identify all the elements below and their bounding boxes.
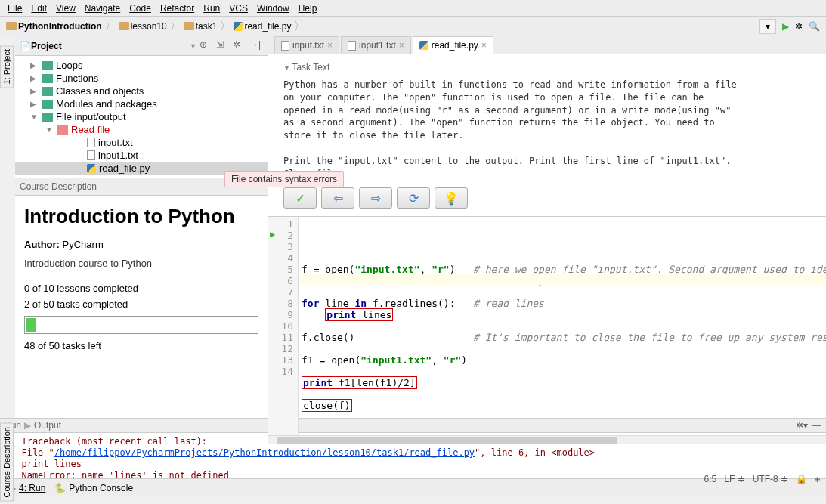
project-panel-header: 📄 Project ▼ ⊕ ⇲ ✲ →| <box>15 36 268 56</box>
course-author: Author: PyCharm <box>24 239 258 250</box>
syntax-error-tooltip: File contains syntax errors <box>224 171 344 187</box>
progress-bar <box>24 316 258 334</box>
tree-item-loops[interactable]: ▶Loops <box>15 59 268 72</box>
breadcrumb-sep: 〉 <box>105 20 116 33</box>
tree-item-modules[interactable]: ▶Modules and packages <box>15 97 268 110</box>
menu-help[interactable]: Help <box>294 2 322 15</box>
course-title: Introduction to Python <box>24 205 258 228</box>
course-description-panel: Introduction to Python Author: PyCharm I… <box>15 196 268 365</box>
folder-icon <box>42 113 53 122</box>
project-tree: ▶Loops ▶Functions ▶Classes and objects ▶… <box>15 56 268 178</box>
tree-item-input1[interactable]: input1.txt <box>15 149 268 162</box>
tree-item-input[interactable]: input.txt <box>15 136 268 149</box>
python-icon <box>87 164 96 173</box>
project-title: Project <box>31 41 188 51</box>
hint-button[interactable]: 💡 <box>435 187 468 209</box>
menu-refactor[interactable]: Refactor <box>156 2 199 15</box>
breadcrumb-sep: 〉 <box>294 20 305 33</box>
editor-tabs: input.txt× input1.txt× read_file.py× <box>268 36 826 54</box>
collapse-icon[interactable]: ⇲ <box>216 39 230 53</box>
run-gutter-icon[interactable]: ▶ <box>270 229 275 240</box>
file-icon <box>281 41 289 51</box>
gear-icon[interactable]: ✲ <box>233 39 246 53</box>
menu-code[interactable]: Code <box>125 2 156 15</box>
tree-item-functions[interactable]: ▶Functions <box>15 72 268 85</box>
lock-icon[interactable]: 🔒 <box>796 474 807 484</box>
menubar: File Edit View Navigate Code Refactor Ru… <box>0 0 826 17</box>
menu-vcs[interactable]: VCS <box>224 2 252 15</box>
file-icon <box>87 138 95 147</box>
tree-item-classes[interactable]: ▶Classes and objects <box>15 85 268 97</box>
output-label[interactable]: Output <box>34 420 61 431</box>
code-area[interactable]: f = open("input.txt", "r") # here we ope… <box>299 217 826 435</box>
file-icon <box>87 150 95 160</box>
menu-file[interactable]: File <box>3 2 26 15</box>
folder-icon <box>42 61 53 70</box>
tab-input[interactable]: input.txt× <box>274 36 339 54</box>
folder-icon <box>42 74 53 83</box>
next-button[interactable]: ⇨ <box>359 187 392 209</box>
menu-edit[interactable]: Edit <box>26 2 51 15</box>
inspector-icon[interactable]: ⎈ <box>815 474 820 484</box>
breadcrumb-lesson[interactable]: lesson10 <box>119 21 167 32</box>
menu-run[interactable]: Run <box>199 2 224 15</box>
folder-icon <box>6 22 17 30</box>
folder-icon <box>119 22 129 30</box>
tasks-left: 48 of 50 tasks left <box>24 340 258 351</box>
prev-button[interactable]: ⇦ <box>321 187 354 209</box>
folder-icon <box>184 22 194 30</box>
sidebar-tab-project[interactable]: 1: Project <box>0 45 14 88</box>
breadcrumb: PythonIntroduction 〉 lesson10 〉 task1 〉 … <box>6 20 759 33</box>
close-icon[interactable]: × <box>399 40 404 51</box>
refresh-button[interactable]: ⟳ <box>397 187 430 209</box>
tab-readfile[interactable]: read_file.py× <box>413 36 493 54</box>
close-icon[interactable]: × <box>327 40 333 51</box>
lessons-completed: 0 of 10 lessons completed <box>24 283 258 294</box>
folder-icon <box>42 100 53 109</box>
python-icon <box>234 22 243 31</box>
breadcrumb-task[interactable]: task1 <box>184 21 218 32</box>
menu-window[interactable]: Window <box>252 2 294 15</box>
toolbar: PythonIntroduction 〉 lesson10 〉 task1 〉 … <box>0 17 826 36</box>
task-header[interactable]: Task Text <box>283 62 826 73</box>
sidebar-tab-course[interactable]: Course Description <box>0 423 14 502</box>
menu-view[interactable]: View <box>51 2 80 15</box>
check-button[interactable]: ✓ <box>283 187 317 209</box>
breadcrumb-root[interactable]: PythonIntroduction <box>6 21 102 32</box>
menu-navigate[interactable]: Navigate <box>80 2 125 15</box>
run-config-dropdown[interactable]: ▾ <box>759 19 776 34</box>
close-icon[interactable]: × <box>481 40 487 51</box>
search-icon[interactable]: 🔍 <box>809 21 820 32</box>
breadcrumb-sep: 〉 <box>170 20 181 33</box>
cursor-position: 6:5 <box>704 474 717 484</box>
tasks-completed: 2 of 50 tasks completed <box>24 298 258 310</box>
folder-icon <box>57 125 68 135</box>
file-icon <box>348 41 356 51</box>
task-panel: Task Text Python has a number of built-i… <box>268 54 826 217</box>
breadcrumb-sep: 〉 <box>220 20 230 33</box>
scroll-from-source-icon[interactable]: ⊕ <box>200 39 213 53</box>
tree-item-fileio[interactable]: ▼File input/output <box>15 110 268 123</box>
breadcrumb-file[interactable]: read_file.py <box>234 21 291 32</box>
settings-icon[interactable]: ✲ <box>795 21 803 32</box>
course-subtitle: Introduction course to Python <box>24 258 258 269</box>
tab-input1[interactable]: input1.txt× <box>341 36 411 54</box>
hide-icon[interactable]: →| <box>249 39 263 53</box>
python-icon <box>419 41 428 50</box>
status-python-console[interactable]: 🐍 Python Console <box>50 481 138 495</box>
task-text: Python has a number of built-in function… <box>283 79 826 180</box>
run-button[interactable]: ▶ <box>782 21 789 32</box>
traceback-link[interactable]: /home/filippov/PycharmProjects/PythonInt… <box>54 447 475 458</box>
encoding[interactable]: UTF-8 ≑ <box>753 474 788 484</box>
project-icon: 📄 <box>20 41 31 51</box>
line-separator[interactable]: LF ≑ <box>724 474 744 484</box>
tree-item-readfile[interactable]: ▼Read file <box>15 123 268 136</box>
chevron-down-icon[interactable]: ▼ <box>190 42 196 50</box>
editor-gutter: ▶ 1234567891011121314 <box>268 217 299 435</box>
code-editor[interactable]: ▶ 1234567891011121314 f = open("input.tx… <box>268 217 826 435</box>
folder-icon <box>42 87 53 96</box>
